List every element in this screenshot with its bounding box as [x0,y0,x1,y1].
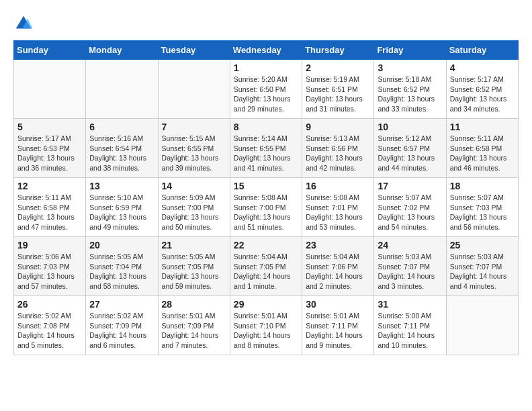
logo-icon [13,13,34,34]
calendar-cell: 25Sunrise: 5:03 AMSunset: 7:07 PMDayligh… [446,237,518,296]
day-info: Sunrise: 5:11 AMSunset: 6:58 PMDaylight:… [17,193,82,232]
calendar-cell: 31Sunrise: 5:00 AMSunset: 7:11 PMDayligh… [374,296,446,355]
day-number: 13 [89,181,154,191]
day-number: 4 [450,62,515,73]
day-number: 24 [378,240,442,250]
day-info: Sunrise: 5:19 AMSunset: 6:51 PMDaylight:… [306,75,370,114]
calendar-table: SundayMondayTuesdayWednesdayThursdayFrid… [13,40,519,355]
calendar-header-row: SundayMondayTuesdayWednesdayThursdayFrid… [14,41,519,60]
day-info: Sunrise: 5:04 AMSunset: 7:05 PMDaylight:… [234,252,298,291]
day-info: Sunrise: 5:08 AMSunset: 7:00 PMDaylight:… [234,193,298,232]
day-number: 14 [162,181,226,191]
day-info: Sunrise: 5:04 AMSunset: 7:06 PMDaylight:… [306,252,370,291]
day-info: Sunrise: 5:07 AMSunset: 7:02 PMDaylight:… [378,193,442,232]
calendar-week-row: 19Sunrise: 5:06 AMSunset: 7:03 PMDayligh… [14,237,519,296]
day-info: Sunrise: 5:15 AMSunset: 6:55 PMDaylight:… [162,134,226,173]
day-number: 28 [162,299,226,310]
calendar-cell: 28Sunrise: 5:01 AMSunset: 7:09 PMDayligh… [158,296,230,355]
header-wednesday: Wednesday [230,41,302,60]
calendar-cell: 8Sunrise: 5:14 AMSunset: 6:55 PMDaylight… [230,119,302,178]
day-number: 31 [378,299,442,310]
day-info: Sunrise: 5:20 AMSunset: 6:50 PMDaylight:… [234,75,298,114]
calendar-cell: 1Sunrise: 5:20 AMSunset: 6:50 PMDaylight… [230,60,302,119]
day-info: Sunrise: 5:16 AMSunset: 6:54 PMDaylight:… [89,134,154,173]
day-number: 29 [234,299,298,310]
day-info: Sunrise: 5:02 AMSunset: 7:08 PMDaylight:… [17,311,82,351]
calendar-cell: 2Sunrise: 5:19 AMSunset: 6:51 PMDaylight… [302,60,374,119]
day-info: Sunrise: 5:14 AMSunset: 6:55 PMDaylight:… [234,134,298,173]
day-number: 18 [450,181,515,191]
day-number: 20 [89,240,154,250]
day-info: Sunrise: 5:08 AMSunset: 7:01 PMDaylight:… [306,193,370,232]
calendar-cell: 21Sunrise: 5:05 AMSunset: 7:05 PMDayligh… [158,237,230,296]
day-info: Sunrise: 5:10 AMSunset: 6:59 PMDaylight:… [89,193,154,232]
day-number: 6 [89,122,154,132]
calendar-cell: 5Sunrise: 5:17 AMSunset: 6:53 PMDaylight… [14,119,86,178]
day-info: Sunrise: 5:17 AMSunset: 6:53 PMDaylight:… [17,134,82,173]
calendar-cell: 27Sunrise: 5:02 AMSunset: 7:09 PMDayligh… [86,296,158,355]
calendar-cell: 26Sunrise: 5:02 AMSunset: 7:08 PMDayligh… [14,296,86,355]
day-number: 21 [162,240,226,250]
calendar-cell: 29Sunrise: 5:01 AMSunset: 7:10 PMDayligh… [230,296,302,355]
day-number: 19 [17,240,82,250]
day-info: Sunrise: 5:05 AMSunset: 7:04 PMDaylight:… [89,252,154,291]
calendar-cell: 6Sunrise: 5:16 AMSunset: 6:54 PMDaylight… [86,119,158,178]
calendar-cell: 4Sunrise: 5:17 AMSunset: 6:52 PMDaylight… [446,60,518,119]
day-number: 8 [234,122,298,132]
calendar-cell: 22Sunrise: 5:04 AMSunset: 7:05 PMDayligh… [230,237,302,296]
calendar-cell: 14Sunrise: 5:09 AMSunset: 7:00 PMDayligh… [158,178,230,237]
calendar-cell: 13Sunrise: 5:10 AMSunset: 6:59 PMDayligh… [86,178,158,237]
calendar-cell: 17Sunrise: 5:07 AMSunset: 7:02 PMDayligh… [374,178,446,237]
logo [13,13,36,34]
day-number: 7 [162,122,226,132]
header-saturday: Saturday [446,41,518,60]
day-info: Sunrise: 5:01 AMSunset: 7:09 PMDaylight:… [162,311,226,351]
calendar-cell: 3Sunrise: 5:18 AMSunset: 6:52 PMDaylight… [374,60,446,119]
day-number: 9 [306,122,370,132]
day-info: Sunrise: 5:12 AMSunset: 6:57 PMDaylight:… [378,134,442,173]
day-info: Sunrise: 5:11 AMSunset: 6:58 PMDaylight:… [450,134,515,173]
calendar-week-row: 1Sunrise: 5:20 AMSunset: 6:50 PMDaylight… [14,60,519,119]
day-number: 1 [234,62,298,73]
calendar-cell: 7Sunrise: 5:15 AMSunset: 6:55 PMDaylight… [158,119,230,178]
day-info: Sunrise: 5:07 AMSunset: 7:03 PMDaylight:… [450,193,515,232]
day-number: 11 [450,122,515,132]
day-info: Sunrise: 5:09 AMSunset: 7:00 PMDaylight:… [162,193,226,232]
header-friday: Friday [374,41,446,60]
day-info: Sunrise: 5:01 AMSunset: 7:11 PMDaylight:… [306,311,370,351]
calendar-cell: 19Sunrise: 5:06 AMSunset: 7:03 PMDayligh… [14,237,86,296]
day-number: 26 [17,299,82,310]
header-tuesday: Tuesday [158,41,230,60]
calendar-cell: 15Sunrise: 5:08 AMSunset: 7:00 PMDayligh… [230,178,302,237]
calendar-cell: 11Sunrise: 5:11 AMSunset: 6:58 PMDayligh… [446,119,518,178]
day-number: 2 [306,62,370,73]
day-info: Sunrise: 5:02 AMSunset: 7:09 PMDaylight:… [89,311,154,351]
calendar-cell [158,60,230,119]
day-number: 10 [378,122,442,132]
day-info: Sunrise: 5:03 AMSunset: 7:07 PMDaylight:… [450,252,515,291]
day-number: 30 [306,299,370,310]
day-number: 17 [378,181,442,191]
calendar-cell: 18Sunrise: 5:07 AMSunset: 7:03 PMDayligh… [446,178,518,237]
calendar-cell [14,60,86,119]
day-number: 22 [234,240,298,250]
calendar-cell [446,296,518,355]
calendar-cell: 24Sunrise: 5:03 AMSunset: 7:07 PMDayligh… [374,237,446,296]
page-header [13,13,519,34]
calendar-cell: 20Sunrise: 5:05 AMSunset: 7:04 PMDayligh… [86,237,158,296]
calendar-cell [86,60,158,119]
header-thursday: Thursday [302,41,374,60]
day-info: Sunrise: 5:03 AMSunset: 7:07 PMDaylight:… [378,252,442,291]
calendar-week-row: 5Sunrise: 5:17 AMSunset: 6:53 PMDaylight… [14,119,519,178]
day-number: 27 [89,299,154,310]
calendar-week-row: 26Sunrise: 5:02 AMSunset: 7:08 PMDayligh… [14,296,519,355]
day-number: 5 [17,122,82,132]
day-number: 16 [306,181,370,191]
calendar-cell: 16Sunrise: 5:08 AMSunset: 7:01 PMDayligh… [302,178,374,237]
day-info: Sunrise: 5:06 AMSunset: 7:03 PMDaylight:… [17,252,82,291]
calendar-cell: 12Sunrise: 5:11 AMSunset: 6:58 PMDayligh… [14,178,86,237]
day-number: 3 [378,62,442,73]
day-info: Sunrise: 5:13 AMSunset: 6:56 PMDaylight:… [306,134,370,173]
calendar-cell: 10Sunrise: 5:12 AMSunset: 6:57 PMDayligh… [374,119,446,178]
day-info: Sunrise: 5:18 AMSunset: 6:52 PMDaylight:… [378,75,442,114]
